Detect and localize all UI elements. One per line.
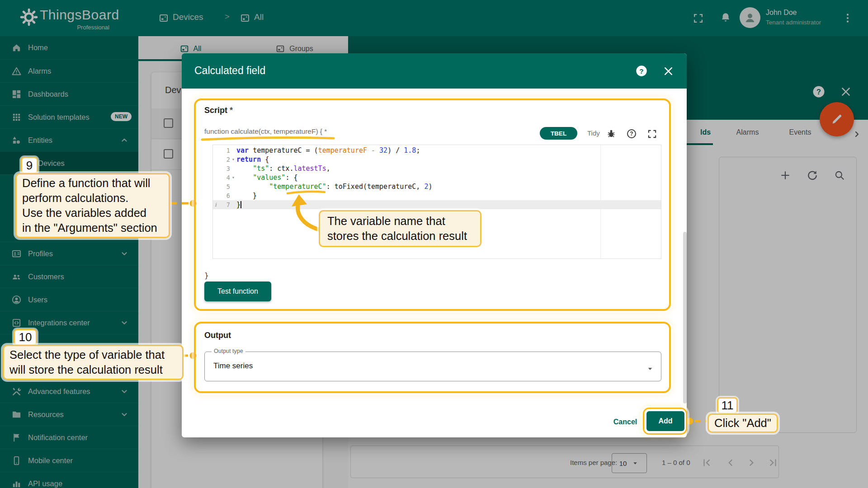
- output-type-label: Output type: [212, 348, 245, 354]
- dialog-header: Calculated field ?: [182, 53, 687, 89]
- code-line-1: 1var temperatureC = (temperatureF - 32) …: [213, 146, 661, 155]
- tbel-toggle-button[interactable]: TBEL: [540, 127, 577, 140]
- svg-text:?: ?: [639, 67, 643, 75]
- code-line-6: 6 }: [213, 191, 661, 200]
- step10-badge: 10: [14, 329, 37, 346]
- dialog-title: Calculated field: [194, 65, 265, 77]
- output-type-select[interactable]: [204, 352, 661, 381]
- output-section-label: Output: [204, 331, 231, 340]
- script-help-icon[interactable]: ?: [626, 128, 637, 139]
- code-line-3: 3 "ts": ctx.latestTs,: [213, 164, 661, 173]
- add-button[interactable]: Add: [646, 411, 684, 431]
- variable-note-callout: The variable name that stores the calcul…: [319, 210, 481, 247]
- modal-scrollbar[interactable]: [683, 232, 687, 404]
- cancel-button[interactable]: Cancel: [605, 415, 646, 429]
- code-line-5: 5 "temperatureC": toFixed(temperatureC, …: [213, 182, 661, 191]
- dialog-help-icon[interactable]: ?: [635, 65, 648, 77]
- step11-badge: 11: [717, 397, 738, 414]
- step9-badge: 9: [21, 157, 38, 174]
- select-caret-icon: [646, 364, 655, 373]
- gutter: 5: [213, 182, 236, 191]
- debug-icon[interactable]: [606, 128, 617, 139]
- gutter: i7: [213, 200, 236, 209]
- gutter: 2▾: [213, 155, 236, 164]
- step10-callout: Select the type of variable that will st…: [3, 345, 184, 380]
- test-function-button[interactable]: Test function: [204, 282, 271, 301]
- code-line-2: 2▾return {: [213, 155, 661, 164]
- svg-text:?: ?: [630, 131, 633, 137]
- editor-fullscreen-icon[interactable]: [647, 129, 657, 139]
- gutter: 3: [213, 164, 236, 173]
- gutter: 1: [213, 146, 236, 155]
- tidy-button[interactable]: Tidy: [587, 129, 600, 137]
- step9-callout: Define a function that will perform calc…: [15, 173, 170, 238]
- gutter: 6: [213, 191, 236, 200]
- closing-brace: }: [204, 271, 209, 280]
- text-cursor: [241, 201, 241, 208]
- code-line-4: 4▾ "values": {: [213, 173, 661, 182]
- gutter: 4▾: [213, 173, 236, 182]
- step11-callout: Click "Add": [708, 413, 778, 433]
- output-type-value: Time series: [213, 361, 253, 371]
- function-signature: function calculate(ctx, temperatureF) { …: [204, 127, 327, 136]
- script-section-label: Script *: [204, 106, 233, 115]
- code-line-7: i7}: [213, 200, 661, 209]
- dialog-close-icon[interactable]: [663, 66, 674, 77]
